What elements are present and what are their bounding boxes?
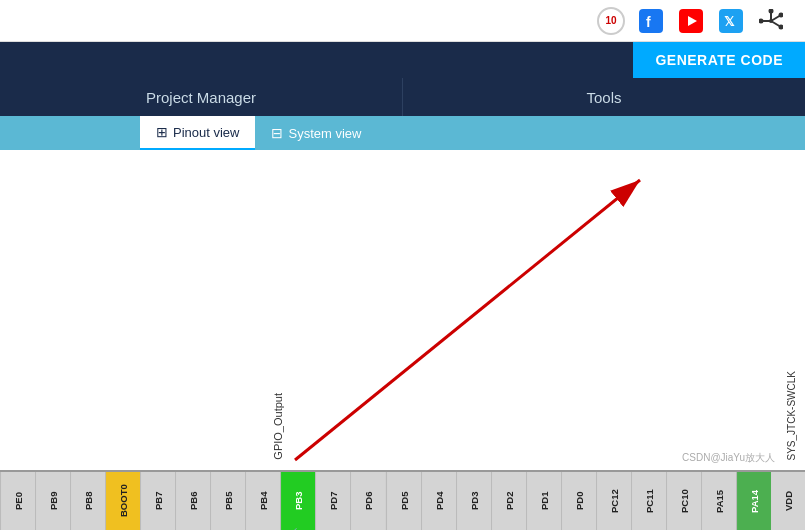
pin-cell[interactable]: PA15 bbox=[701, 472, 736, 530]
pin-cell[interactable]: PE0 bbox=[0, 472, 35, 530]
pin-cell[interactable]: PB9 bbox=[35, 472, 70, 530]
tab-project-manager[interactable]: Project Manager bbox=[0, 78, 403, 116]
tab-system-view[interactable]: ⊟ System view bbox=[255, 116, 377, 150]
pin-cell[interactable]: PD0 bbox=[561, 472, 596, 530]
gpio-output-label: GPIO_Output bbox=[272, 393, 284, 460]
pin-cell[interactable]: PB7 bbox=[140, 472, 175, 530]
pinout-icon: ⊞ bbox=[156, 124, 168, 140]
pin-cell[interactable]: PA14 bbox=[736, 472, 771, 530]
view-bar: ⊞ Pinout view ⊟ System view bbox=[0, 116, 805, 150]
pin-cell[interactable]: PB3📌 bbox=[280, 472, 315, 530]
twitter-icon[interactable]: 𝕏 bbox=[717, 7, 745, 35]
pin-cell[interactable]: PD7 bbox=[315, 472, 350, 530]
youtube-icon[interactable] bbox=[677, 7, 705, 35]
pin-cell[interactable]: BOOT0 bbox=[105, 472, 140, 530]
pin-cell[interactable]: PB5 bbox=[210, 472, 245, 530]
svg-point-13 bbox=[759, 18, 764, 23]
anniversary-badge-icon[interactable]: 10 bbox=[597, 7, 625, 35]
pin-cell[interactable]: PB6 bbox=[175, 472, 210, 530]
pin-cell[interactable]: PC12 bbox=[596, 472, 631, 530]
svg-text:𝕏: 𝕏 bbox=[724, 14, 735, 29]
pin-cell[interactable]: PD4 bbox=[421, 472, 456, 530]
svg-point-14 bbox=[769, 9, 774, 14]
system-icon: ⊟ bbox=[271, 125, 283, 141]
top-social-bar: 10 f 𝕏 bbox=[0, 0, 805, 42]
pin-cell[interactable]: PD6 bbox=[350, 472, 385, 530]
arrow-annotation bbox=[0, 150, 805, 470]
pin-cell[interactable]: PB4 bbox=[245, 472, 280, 530]
svg-line-16 bbox=[295, 180, 640, 460]
pin-cell[interactable]: PD1 bbox=[526, 472, 561, 530]
facebook-icon[interactable]: f bbox=[637, 7, 665, 35]
pin-cell[interactable]: PC11 bbox=[631, 472, 666, 530]
header-bar: GENERATE CODE bbox=[0, 42, 805, 78]
pin-strip: PE0PB9PB8BOOT0PB7PB6PB5PB4PB3📌PD7PD6PD5P… bbox=[0, 470, 805, 530]
watermark: CSDN@JiaYu放大人 bbox=[682, 451, 775, 465]
main-content: GPIO_Output SYS_JTCK-SWCLK CSDN@JiaYu放大人 bbox=[0, 150, 805, 470]
generate-code-button[interactable]: GENERATE CODE bbox=[633, 42, 805, 78]
tab-pinout-view[interactable]: ⊞ Pinout view bbox=[140, 116, 255, 150]
network-icon[interactable] bbox=[757, 7, 785, 35]
tab-tools[interactable]: Tools bbox=[403, 78, 805, 116]
pin-cell[interactable]: PB8 bbox=[70, 472, 105, 530]
nav-tabs: Project Manager Tools bbox=[0, 78, 805, 116]
sys-jtck-label: SYS_JTCK-SWCLK bbox=[786, 371, 797, 460]
svg-rect-0 bbox=[639, 9, 663, 33]
pin-cell[interactable]: PD3 bbox=[456, 472, 491, 530]
pin-cell[interactable]: VDD bbox=[771, 472, 805, 530]
pin-cell[interactable]: PD2 bbox=[491, 472, 526, 530]
svg-text:f: f bbox=[646, 14, 651, 30]
pin-cell[interactable]: PD5 bbox=[386, 472, 421, 530]
pin-cell[interactable]: PC10 bbox=[666, 472, 701, 530]
